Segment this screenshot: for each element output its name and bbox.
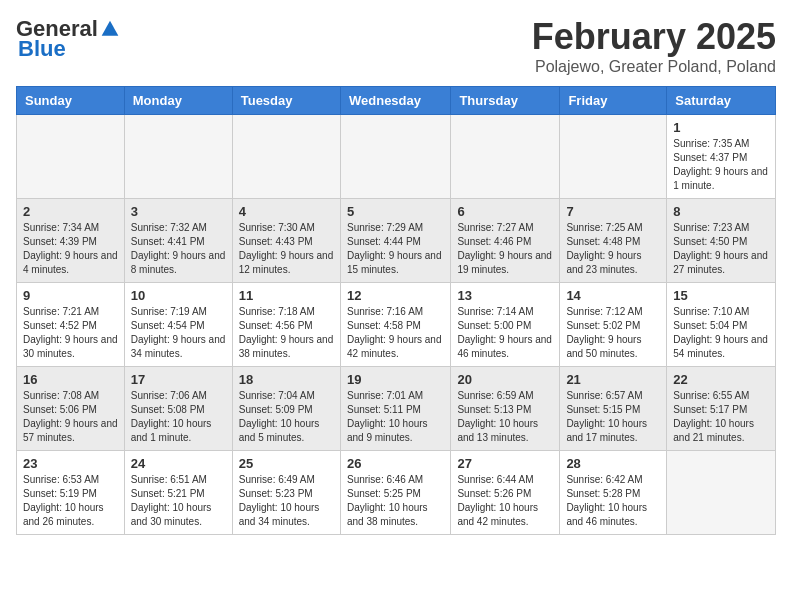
calendar-cell: 12Sunrise: 7:16 AM Sunset: 4:58 PM Dayli…	[340, 283, 450, 367]
calendar-cell: 1Sunrise: 7:35 AM Sunset: 4:37 PM Daylig…	[667, 115, 776, 199]
calendar-cell	[667, 451, 776, 535]
day-number: 26	[347, 456, 444, 471]
day-info: Sunrise: 6:59 AM Sunset: 5:13 PM Dayligh…	[457, 389, 553, 445]
day-info: Sunrise: 7:12 AM Sunset: 5:02 PM Dayligh…	[566, 305, 660, 361]
calendar-week-row: 9Sunrise: 7:21 AM Sunset: 4:52 PM Daylig…	[17, 283, 776, 367]
day-info: Sunrise: 7:16 AM Sunset: 4:58 PM Dayligh…	[347, 305, 444, 361]
svg-marker-0	[102, 21, 119, 36]
calendar-cell: 10Sunrise: 7:19 AM Sunset: 4:54 PM Dayli…	[124, 283, 232, 367]
day-info: Sunrise: 6:51 AM Sunset: 5:21 PM Dayligh…	[131, 473, 226, 529]
day-number: 19	[347, 372, 444, 387]
calendar-cell: 19Sunrise: 7:01 AM Sunset: 5:11 PM Dayli…	[340, 367, 450, 451]
day-info: Sunrise: 7:01 AM Sunset: 5:11 PM Dayligh…	[347, 389, 444, 445]
page-header: General Blue February 2025 Polajewo, Gre…	[16, 16, 776, 76]
day-number: 4	[239, 204, 334, 219]
calendar-week-row: 1Sunrise: 7:35 AM Sunset: 4:37 PM Daylig…	[17, 115, 776, 199]
logo-icon	[100, 19, 120, 39]
day-info: Sunrise: 6:42 AM Sunset: 5:28 PM Dayligh…	[566, 473, 660, 529]
calendar-cell: 28Sunrise: 6:42 AM Sunset: 5:28 PM Dayli…	[560, 451, 667, 535]
day-number: 13	[457, 288, 553, 303]
subtitle: Polajewo, Greater Poland, Poland	[532, 58, 776, 76]
day-info: Sunrise: 6:44 AM Sunset: 5:26 PM Dayligh…	[457, 473, 553, 529]
day-number: 20	[457, 372, 553, 387]
calendar-cell: 7Sunrise: 7:25 AM Sunset: 4:48 PM Daylig…	[560, 199, 667, 283]
day-info: Sunrise: 7:30 AM Sunset: 4:43 PM Dayligh…	[239, 221, 334, 277]
day-number: 14	[566, 288, 660, 303]
calendar-cell: 15Sunrise: 7:10 AM Sunset: 5:04 PM Dayli…	[667, 283, 776, 367]
calendar-cell: 25Sunrise: 6:49 AM Sunset: 5:23 PM Dayli…	[232, 451, 340, 535]
day-info: Sunrise: 7:18 AM Sunset: 4:56 PM Dayligh…	[239, 305, 334, 361]
day-info: Sunrise: 7:06 AM Sunset: 5:08 PM Dayligh…	[131, 389, 226, 445]
day-number: 16	[23, 372, 118, 387]
day-info: Sunrise: 6:55 AM Sunset: 5:17 PM Dayligh…	[673, 389, 769, 445]
day-info: Sunrise: 6:53 AM Sunset: 5:19 PM Dayligh…	[23, 473, 118, 529]
day-info: Sunrise: 7:29 AM Sunset: 4:44 PM Dayligh…	[347, 221, 444, 277]
calendar-cell: 3Sunrise: 7:32 AM Sunset: 4:41 PM Daylig…	[124, 199, 232, 283]
calendar-week-row: 16Sunrise: 7:08 AM Sunset: 5:06 PM Dayli…	[17, 367, 776, 451]
main-title: February 2025	[532, 16, 776, 58]
calendar-cell	[124, 115, 232, 199]
calendar-cell: 21Sunrise: 6:57 AM Sunset: 5:15 PM Dayli…	[560, 367, 667, 451]
day-number: 28	[566, 456, 660, 471]
day-info: Sunrise: 7:10 AM Sunset: 5:04 PM Dayligh…	[673, 305, 769, 361]
calendar-cell	[340, 115, 450, 199]
day-info: Sunrise: 7:35 AM Sunset: 4:37 PM Dayligh…	[673, 137, 769, 193]
calendar-cell: 11Sunrise: 7:18 AM Sunset: 4:56 PM Dayli…	[232, 283, 340, 367]
calendar-cell: 16Sunrise: 7:08 AM Sunset: 5:06 PM Dayli…	[17, 367, 125, 451]
day-info: Sunrise: 7:25 AM Sunset: 4:48 PM Dayligh…	[566, 221, 660, 277]
calendar-cell	[17, 115, 125, 199]
calendar-table: SundayMondayTuesdayWednesdayThursdayFrid…	[16, 86, 776, 535]
calendar-header-row: SundayMondayTuesdayWednesdayThursdayFrid…	[17, 87, 776, 115]
calendar-cell: 6Sunrise: 7:27 AM Sunset: 4:46 PM Daylig…	[451, 199, 560, 283]
calendar-cell	[451, 115, 560, 199]
calendar-cell: 13Sunrise: 7:14 AM Sunset: 5:00 PM Dayli…	[451, 283, 560, 367]
calendar-cell: 24Sunrise: 6:51 AM Sunset: 5:21 PM Dayli…	[124, 451, 232, 535]
col-header-thursday: Thursday	[451, 87, 560, 115]
calendar-cell: 17Sunrise: 7:06 AM Sunset: 5:08 PM Dayli…	[124, 367, 232, 451]
calendar-cell: 2Sunrise: 7:34 AM Sunset: 4:39 PM Daylig…	[17, 199, 125, 283]
calendar-cell	[232, 115, 340, 199]
day-number: 5	[347, 204, 444, 219]
day-number: 11	[239, 288, 334, 303]
col-header-saturday: Saturday	[667, 87, 776, 115]
day-info: Sunrise: 7:04 AM Sunset: 5:09 PM Dayligh…	[239, 389, 334, 445]
day-number: 8	[673, 204, 769, 219]
day-info: Sunrise: 7:27 AM Sunset: 4:46 PM Dayligh…	[457, 221, 553, 277]
day-number: 21	[566, 372, 660, 387]
day-info: Sunrise: 7:08 AM Sunset: 5:06 PM Dayligh…	[23, 389, 118, 445]
day-info: Sunrise: 7:34 AM Sunset: 4:39 PM Dayligh…	[23, 221, 118, 277]
calendar-cell: 22Sunrise: 6:55 AM Sunset: 5:17 PM Dayli…	[667, 367, 776, 451]
calendar-cell	[560, 115, 667, 199]
calendar-week-row: 23Sunrise: 6:53 AM Sunset: 5:19 PM Dayli…	[17, 451, 776, 535]
day-number: 24	[131, 456, 226, 471]
logo-blue-text: Blue	[18, 36, 66, 62]
day-number: 7	[566, 204, 660, 219]
calendar-cell: 26Sunrise: 6:46 AM Sunset: 5:25 PM Dayli…	[340, 451, 450, 535]
day-info: Sunrise: 6:46 AM Sunset: 5:25 PM Dayligh…	[347, 473, 444, 529]
calendar-week-row: 2Sunrise: 7:34 AM Sunset: 4:39 PM Daylig…	[17, 199, 776, 283]
logo: General Blue	[16, 16, 120, 62]
day-number: 15	[673, 288, 769, 303]
day-number: 18	[239, 372, 334, 387]
calendar-cell: 4Sunrise: 7:30 AM Sunset: 4:43 PM Daylig…	[232, 199, 340, 283]
title-block: February 2025 Polajewo, Greater Poland, …	[532, 16, 776, 76]
day-info: Sunrise: 6:49 AM Sunset: 5:23 PM Dayligh…	[239, 473, 334, 529]
col-header-tuesday: Tuesday	[232, 87, 340, 115]
day-number: 25	[239, 456, 334, 471]
calendar-cell: 8Sunrise: 7:23 AM Sunset: 4:50 PM Daylig…	[667, 199, 776, 283]
calendar-cell: 20Sunrise: 6:59 AM Sunset: 5:13 PM Dayli…	[451, 367, 560, 451]
col-header-friday: Friday	[560, 87, 667, 115]
day-number: 17	[131, 372, 226, 387]
col-header-wednesday: Wednesday	[340, 87, 450, 115]
day-info: Sunrise: 7:19 AM Sunset: 4:54 PM Dayligh…	[131, 305, 226, 361]
day-number: 12	[347, 288, 444, 303]
calendar-cell: 27Sunrise: 6:44 AM Sunset: 5:26 PM Dayli…	[451, 451, 560, 535]
day-number: 23	[23, 456, 118, 471]
day-info: Sunrise: 6:57 AM Sunset: 5:15 PM Dayligh…	[566, 389, 660, 445]
day-info: Sunrise: 7:14 AM Sunset: 5:00 PM Dayligh…	[457, 305, 553, 361]
day-number: 6	[457, 204, 553, 219]
calendar-cell: 5Sunrise: 7:29 AM Sunset: 4:44 PM Daylig…	[340, 199, 450, 283]
day-number: 2	[23, 204, 118, 219]
calendar-cell: 18Sunrise: 7:04 AM Sunset: 5:09 PM Dayli…	[232, 367, 340, 451]
col-header-sunday: Sunday	[17, 87, 125, 115]
